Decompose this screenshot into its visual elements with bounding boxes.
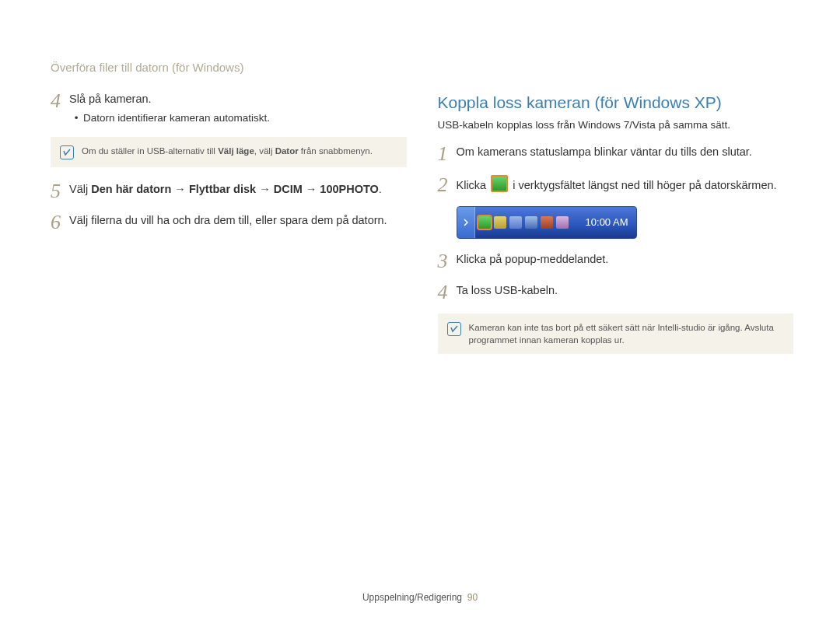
info-note-box: Om du ställer in USB-alternativ till Väl…	[51, 137, 407, 167]
step-6: 6 Välj filerna du vill ha och dra dem ti…	[51, 212, 407, 233]
step-body: Välj filerna du vill ha och dra dem till…	[69, 212, 407, 229]
footer-section: Uppspelning/Redigering	[362, 592, 462, 603]
bullet-text: Datorn identifierar kameran automatiskt.	[83, 110, 270, 126]
note-b1: Välj läge	[218, 146, 254, 156]
step-1-r: 1 Om kamerans statuslampa blinkar väntar…	[438, 144, 794, 164]
step-number: 4	[438, 282, 457, 303]
step-bullet: • Datorn identifierar kameran automatisk…	[69, 110, 407, 126]
tray-volume-icon	[541, 216, 553, 229]
step2r-pre: Klicka	[457, 179, 490, 191]
step-body: Klicka på popup-meddelandet.	[457, 251, 794, 268]
breadcrumb: Överföra filer till datorn (för Windows)	[51, 61, 793, 74]
step-text: Slå på kameran.	[69, 93, 152, 105]
step-number: 2	[438, 175, 457, 195]
step-number: 3	[438, 251, 457, 271]
note-icon	[447, 322, 461, 336]
note-text: Om du ställer in USB-alternativ till Väl…	[82, 145, 373, 157]
step-body: Om kamerans statuslampa blinkar väntar d…	[457, 144, 794, 160]
step-body: Klicka i verktygsfältet längst ned till …	[457, 175, 794, 194]
page-footer: Uppspelning/Redigering 90	[0, 592, 840, 603]
note-post: från snabbmenyn.	[299, 146, 373, 156]
content-columns: 4 Slå på kameran. • Datorn identifierar …	[51, 91, 793, 368]
section-subnote: USB-kabeln kopplas loss från Windows 7/V…	[438, 117, 794, 133]
step-5: 5 Välj Den här datorn → Flyttbar disk → …	[51, 181, 407, 201]
tray-shield-icon	[494, 216, 506, 229]
section-heading: Koppla loss kameran (för Windows XP)	[438, 91, 794, 114]
tray-expand-button	[457, 207, 475, 238]
step-number: 5	[51, 181, 69, 201]
bullet-dot: •	[69, 110, 83, 126]
step-4: 4 Slå på kameran. • Datorn identifierar …	[51, 91, 407, 126]
tray-clock: 10:00 AM	[586, 215, 636, 230]
taskbar-tray-illustration: 10:00 AM	[457, 206, 637, 239]
step-number: 6	[51, 212, 69, 233]
safely-remove-icon	[491, 175, 508, 192]
step-body: Välj Den här datorn → Flyttbar disk → DC…	[69, 181, 407, 198]
note-icon	[60, 145, 74, 159]
step-body: Ta loss USB-kabeln.	[457, 282, 794, 299]
step5-pre: Välj	[69, 183, 91, 195]
arrow-icon: →	[303, 183, 320, 195]
note-pre: Om du ställer in USB-alternativ till	[82, 146, 218, 156]
tray-misc-icon	[556, 216, 569, 229]
tray-icons	[475, 216, 569, 229]
note-text: Kameran kan inte tas bort på ett säkert …	[469, 321, 785, 346]
manual-page: Överföra filer till datorn (för Windows)…	[0, 0, 840, 634]
step-number: 4	[51, 91, 69, 111]
page-number: 90	[467, 592, 478, 603]
step-4-r: 4 Ta loss USB-kabeln.	[438, 282, 794, 303]
step5-b1: Den här datorn	[91, 183, 171, 195]
arrow-icon: →	[256, 183, 274, 195]
info-note-box: Kameran kan inte tas bort på ett säkert …	[438, 313, 794, 354]
note-mid: , välj	[254, 146, 275, 156]
step5-b4: 100PHOTO	[320, 183, 379, 195]
right-column: Koppla loss kameran (för Windows XP) USB…	[438, 91, 794, 368]
step-2-r: 2 Klicka i verktygsfältet längst ned til…	[438, 175, 794, 195]
step5-b3: DCIM	[274, 183, 303, 195]
note-b2: Dator	[275, 146, 299, 156]
tray-network-icon	[509, 216, 522, 229]
arrow-icon: →	[171, 183, 189, 195]
step-number: 1	[438, 144, 457, 164]
step-3-r: 3 Klicka på popup-meddelandet.	[438, 251, 794, 271]
step-body: Slå på kameran. • Datorn identifierar ka…	[69, 91, 407, 126]
step5-b2: Flyttbar disk	[189, 183, 256, 195]
step5-post: .	[379, 183, 382, 195]
safely-remove-hardware-icon	[478, 216, 491, 229]
tray-monitor-icon	[525, 216, 537, 229]
step2r-post: i verktygsfältet längst ned till höger p…	[509, 179, 776, 191]
left-column: 4 Slå på kameran. • Datorn identifierar …	[51, 91, 407, 368]
